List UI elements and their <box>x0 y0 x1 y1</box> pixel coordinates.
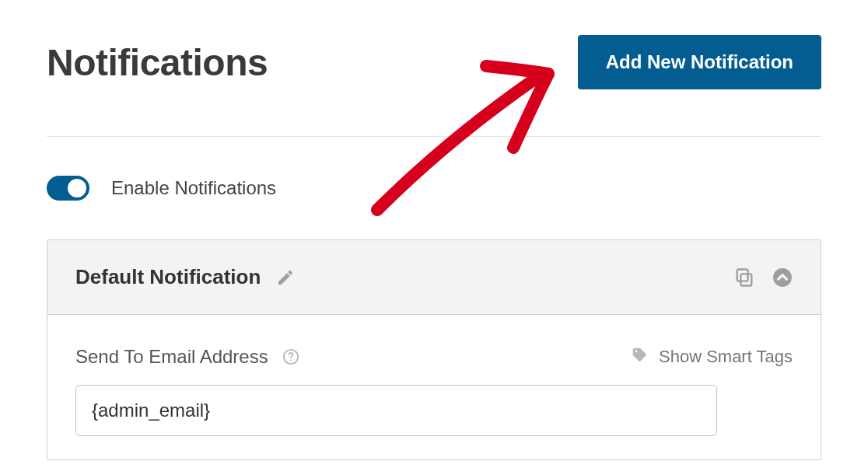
send-to-email-input[interactable] <box>75 385 717 436</box>
duplicate-icon[interactable] <box>733 267 755 288</box>
svg-rect-1 <box>737 269 748 281</box>
send-to-email-label: Send To Email Address <box>75 346 268 368</box>
enable-notifications-toggle[interactable] <box>47 176 89 201</box>
add-new-notification-button[interactable]: Add New Notification <box>578 35 821 89</box>
collapse-icon[interactable] <box>772 267 793 288</box>
svg-point-4 <box>290 359 292 361</box>
svg-point-5 <box>635 351 637 353</box>
tag-icon <box>631 346 648 368</box>
smart-tags-label: Show Smart Tags <box>659 347 793 367</box>
notification-panel: Default Notification <box>47 239 821 460</box>
show-smart-tags-button[interactable]: Show Smart Tags <box>631 346 793 368</box>
help-icon[interactable] <box>282 348 299 365</box>
page-title: Notifications <box>47 41 268 84</box>
svg-point-2 <box>773 268 792 287</box>
enable-notifications-label: Enable Notifications <box>111 177 276 199</box>
svg-rect-0 <box>740 274 751 285</box>
panel-title: Default Notification <box>75 265 261 289</box>
edit-icon[interactable] <box>276 268 295 287</box>
